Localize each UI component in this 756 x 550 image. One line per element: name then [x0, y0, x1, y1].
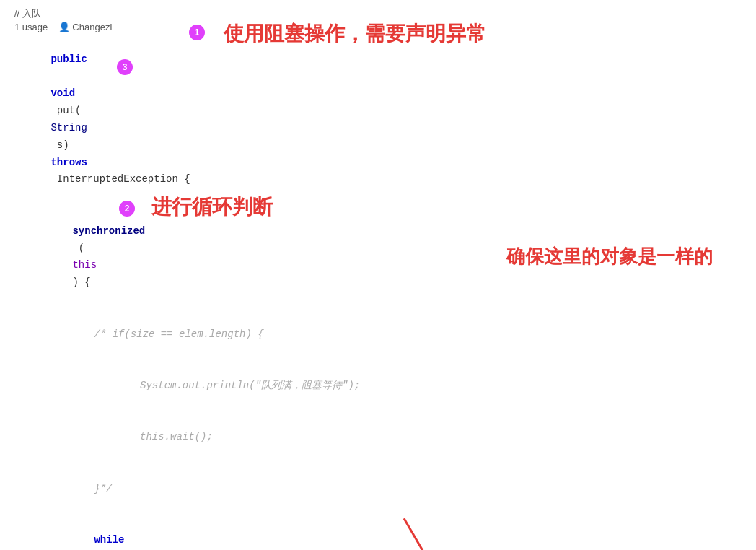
code-line-6: }*/ [14, 463, 742, 515]
usage-text: 1 usage [14, 22, 48, 32]
code-line-7: while (size >=elem.length) { [14, 515, 742, 550]
code-line-4: System.out.println("队列满，阻塞等待"); [14, 360, 742, 411]
annotation-text-3: 确保这里的对象是一样的 [506, 244, 713, 269]
code-block: public void put( String s) throws Interr… [14, 34, 742, 550]
author-text: Changezi [72, 22, 112, 32]
comment-text: // 入队 [14, 8, 41, 19]
annotation-text-1: 使用阻塞操作，需要声明异常 [224, 20, 486, 48]
code-line-3: /* if(size == elem.length) { [14, 309, 742, 360]
code-line-5: this.wait(); [14, 412, 742, 463]
annotation-text-2: 进行循环判断 [151, 193, 273, 221]
meta-comment: // 入队 [14, 7, 742, 20]
code-area: // 入队 1 usage 👤 Changezi public void put… [0, 0, 756, 550]
annotation-circle-3: 3 [117, 59, 133, 75]
annotation-circle-2: 2 [119, 201, 135, 217]
annotation-circle-1: 1 [189, 25, 205, 40]
